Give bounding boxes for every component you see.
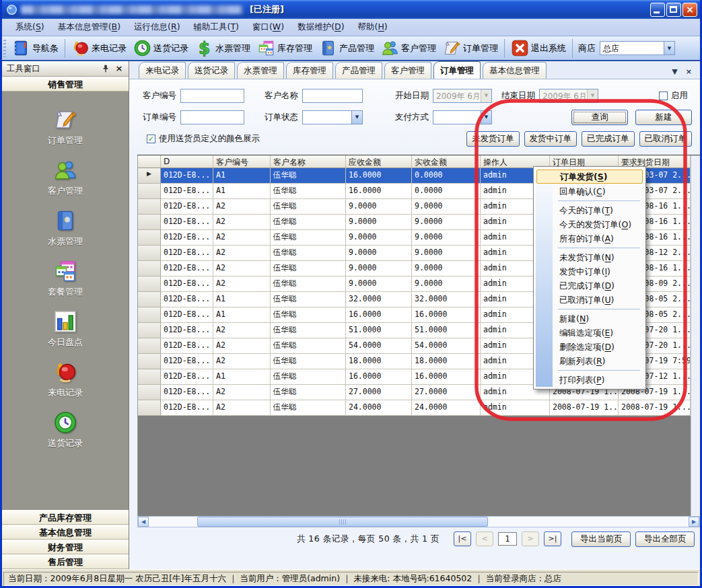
tab-1[interactable]: 来电记录 — [139, 62, 186, 79]
grid-column-header[interactable]: 应收金额 — [346, 155, 412, 168]
tab-close-icon[interactable]: × — [682, 67, 696, 79]
row-selector-cell[interactable] — [138, 307, 161, 323]
toolbar-button[interactable]: 订单管理 — [440, 38, 501, 59]
query-button[interactable]: 查询 — [571, 110, 628, 125]
context-menu-item-E[interactable]: 编辑选定项(E) — [535, 326, 644, 340]
menubar-item-R[interactable]: 运行信息(R) — [127, 20, 186, 35]
pay-method-combobox[interactable]: ▼ — [433, 110, 492, 124]
context-menu-item-T[interactable]: 今天的订单(T) — [535, 203, 644, 217]
close-icon[interactable]: × — [114, 64, 124, 73]
grid-column-header[interactable]: 实收金额 — [412, 155, 481, 168]
toolbar-button[interactable]: $水票管理 — [192, 38, 254, 59]
scroll-right-icon[interactable]: ▶ — [689, 517, 699, 527]
row-selector-cell[interactable] — [138, 400, 161, 416]
scrollbar-thumb[interactable] — [197, 517, 488, 527]
tab-6[interactable]: 客户管理 — [384, 62, 431, 79]
context-menu-item-N[interactable]: 新建(N) — [535, 311, 644, 326]
sidebar-item[interactable]: 套餐管理 — [48, 259, 83, 298]
menubar-item-S[interactable]: 系统(S) — [9, 20, 51, 35]
sidebar-group-bar[interactable]: 基本信息管理 — [2, 525, 129, 540]
context-menu-item-C[interactable]: 回单确认(C) — [535, 184, 644, 198]
pin-icon[interactable] — [101, 64, 110, 73]
row-selector-cell[interactable] — [138, 246, 161, 261]
context-menu-item-D[interactable]: 删除选定项(D) — [535, 340, 644, 354]
table-row[interactable]: 012D-E8...A2伍华聪24.000024.0000admin2008-0… — [138, 400, 691, 416]
toolbar-grip[interactable] — [3, 40, 6, 57]
order-status-filter-button[interactable]: 已完成订单 — [582, 131, 635, 147]
sidebar-item[interactable]: 今日盘点 — [48, 309, 83, 348]
order-status-filter-button[interactable]: 发货中订单 — [524, 131, 577, 147]
order-status-filter-button[interactable]: 已取消订单 — [639, 131, 693, 147]
end-date-picker[interactable]: 2009年 6月 8日 ▼ — [539, 89, 598, 103]
first-page-button[interactable]: |< — [454, 531, 471, 546]
context-menu-item-S[interactable]: 订单发货(S) — [536, 170, 643, 184]
tab-7[interactable]: 订单管理 — [433, 61, 481, 79]
enable-checkbox[interactable] — [659, 91, 668, 100]
tab-2[interactable]: 送货记录 — [188, 62, 235, 79]
context-menu-item-A[interactable]: 所有的订单(A) — [535, 231, 644, 246]
row-selector-cell[interactable] — [138, 277, 161, 292]
sidebar-item[interactable]: 来电记录 — [48, 360, 83, 399]
row-selector-cell[interactable] — [138, 215, 161, 230]
prev-page-button[interactable]: < — [476, 531, 493, 546]
shop-combobox[interactable]: 总店 ▼ — [600, 41, 675, 55]
grid-column-header[interactable]: 客户名称 — [271, 155, 346, 168]
new-button[interactable]: 新建 — [635, 110, 692, 125]
sidebar-group-bar[interactable]: 售后管理 — [2, 554, 129, 569]
order-status-combobox[interactable]: ▼ — [302, 110, 363, 124]
row-selector-cell[interactable] — [138, 230, 161, 246]
sidebar-group-bar[interactable]: 财务管理 — [2, 540, 129, 554]
sidebar-item[interactable]: 订单管理 — [48, 108, 83, 147]
context-menu-item-U[interactable]: 已取消订单(U) — [535, 293, 644, 307]
row-selector-cell[interactable] — [138, 261, 161, 277]
row-selector-cell[interactable] — [138, 184, 161, 199]
page-number-input[interactable]: 1 — [498, 532, 517, 546]
context-menu-item-R[interactable]: 刷新列表(R) — [535, 354, 644, 368]
grid-column-header[interactable]: 客户编号 — [213, 155, 271, 168]
row-selector-cell[interactable] — [138, 292, 161, 307]
menubar-item-T[interactable]: 辅助工具(T) — [187, 20, 246, 35]
row-selector-cell[interactable] — [138, 338, 161, 354]
tab-8[interactable]: 基本信息管理 — [483, 62, 547, 79]
sidebar-group-bar[interactable]: 产品库存管理 — [2, 510, 129, 525]
sidebar-group-sales[interactable]: 销售管理 — [2, 77, 129, 91]
row-selector-cell[interactable] — [138, 385, 161, 400]
tab-scroll-down-icon[interactable]: ▼ — [668, 67, 681, 79]
context-menu-item-N[interactable]: 未发货订单(N) — [535, 250, 644, 264]
maximize-button[interactable] — [666, 3, 681, 17]
grid-column-header[interactable]: D — [161, 155, 213, 168]
chevron-down-icon[interactable]: ▼ — [351, 111, 362, 124]
tab-3[interactable]: 水票管理 — [237, 62, 284, 79]
chevron-down-icon[interactable]: ▼ — [481, 111, 491, 124]
sidebar-item[interactable]: 客户管理 — [48, 158, 83, 197]
chevron-down-icon[interactable]: ▼ — [664, 42, 674, 54]
scrollbar-track[interactable] — [149, 517, 689, 527]
customer-name-input[interactable] — [302, 89, 363, 103]
order-no-input[interactable] — [180, 110, 244, 124]
tab-5[interactable]: 产品管理 — [335, 62, 382, 79]
row-selector-cell[interactable] — [138, 354, 161, 369]
scroll-left-icon[interactable]: ◀ — [138, 517, 149, 527]
start-date-picker[interactable]: 2009年 6月 8日 ▼ — [433, 89, 492, 103]
menubar-item-W[interactable]: 窗口(W) — [246, 20, 291, 35]
menubar-item-B[interactable]: 基本信息管理(B) — [51, 20, 127, 35]
customer-no-input[interactable] — [180, 89, 244, 103]
close-button[interactable]: × — [682, 3, 697, 17]
row-selector-cell[interactable] — [138, 323, 161, 338]
context-menu-item-D[interactable]: 已完成订单(D) — [535, 279, 644, 293]
toolbar-button[interactable]: 产品管理 — [316, 38, 378, 59]
row-selector-cell[interactable] — [138, 199, 161, 215]
order-status-filter-button[interactable]: 未发货订单 — [466, 131, 520, 147]
tab-4[interactable]: 库存管理 — [286, 62, 333, 79]
export-current-page-button[interactable]: 导出当前页 — [571, 531, 631, 547]
toolbar-button[interactable]: 库存管理 — [254, 38, 316, 59]
context-menu-item-P[interactable]: 打印列表(P) — [535, 373, 644, 387]
sidebar-item[interactable]: 送货记录 — [48, 410, 83, 449]
minimize-button[interactable] — [650, 3, 665, 17]
next-page-button[interactable]: > — [522, 531, 539, 546]
export-all-pages-button[interactable]: 导出全部页 — [635, 531, 695, 547]
menubar-item-D[interactable]: 数据维护(D) — [291, 20, 351, 35]
toolbar-button[interactable]: 来电记录 — [68, 38, 130, 59]
toolbar-button[interactable]: 送货记录 — [130, 38, 192, 59]
vertical-scrollbar[interactable] — [691, 155, 700, 516]
